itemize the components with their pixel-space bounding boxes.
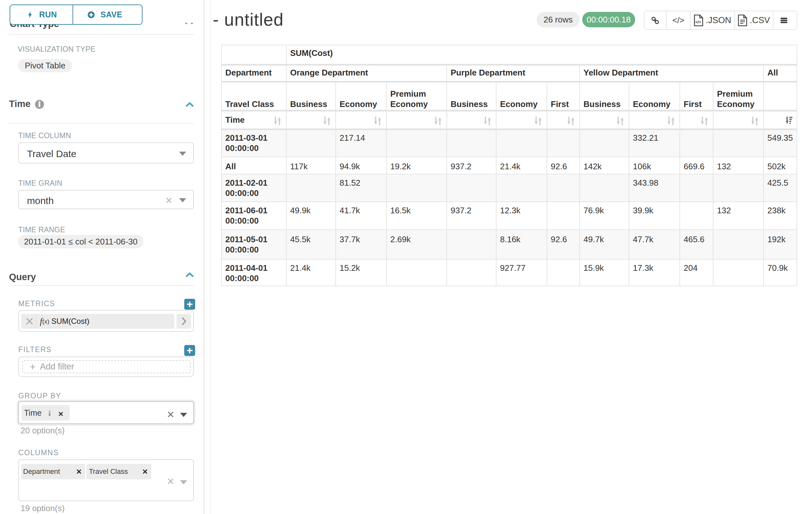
svg-text:</>: </> (695, 20, 701, 24)
